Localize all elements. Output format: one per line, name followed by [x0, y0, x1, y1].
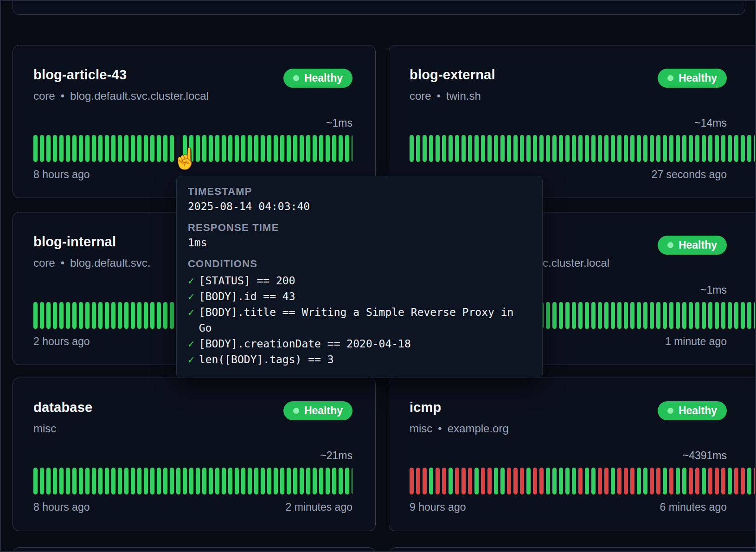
history-bar[interactable] [754, 302, 756, 329]
history-bar[interactable] [455, 135, 459, 162]
history-bar[interactable] [624, 468, 628, 494]
history-bar[interactable] [468, 468, 472, 494]
history-bar[interactable] [248, 135, 252, 162]
history-bar[interactable] [591, 468, 596, 494]
history-bar[interactable] [124, 135, 128, 162]
history-bar[interactable] [183, 135, 187, 162]
history-bar[interactable] [611, 302, 615, 329]
history-bar[interactable] [319, 135, 323, 162]
history-bar[interactable] [494, 135, 498, 162]
history-bar[interactable] [40, 468, 44, 494]
history-bar[interactable] [46, 302, 51, 329]
history-bar[interactable] [215, 468, 219, 494]
history-bar[interactable] [416, 468, 420, 494]
history-bar[interactable] [40, 302, 44, 329]
history-bar[interactable] [572, 302, 576, 329]
history-bar[interactable] [734, 468, 738, 494]
history-bar[interactable] [747, 302, 751, 329]
history-bar[interactable] [708, 468, 712, 494]
history-bar[interactable] [423, 468, 427, 494]
history-bar[interactable] [423, 135, 427, 162]
history-bar[interactable] [98, 302, 103, 329]
history-bar[interactable] [546, 468, 550, 494]
history-bar[interactable] [345, 468, 349, 494]
history-bar[interactable] [494, 468, 498, 494]
history-bar[interactable] [66, 468, 70, 494]
history-bar[interactable] [585, 135, 589, 162]
history-bar[interactable] [715, 302, 719, 329]
history-bar[interactable] [546, 302, 550, 329]
history-bar[interactable] [222, 468, 226, 494]
history-bar[interactable] [157, 468, 161, 494]
history-bar[interactable] [630, 468, 634, 494]
history-bar[interactable] [72, 468, 77, 494]
history-bar[interactable] [209, 468, 213, 494]
history-bar[interactable] [630, 135, 634, 162]
history-bar[interactable] [235, 468, 239, 494]
history-bar[interactable] [46, 468, 51, 494]
history-bar[interactable] [202, 135, 206, 162]
history-bar[interactable] [643, 468, 647, 494]
endpoint-name[interactable]: blog-external [410, 67, 495, 83]
history-bar[interactable] [598, 302, 602, 329]
history-bar[interactable] [643, 135, 647, 162]
history-bar[interactable] [105, 468, 109, 494]
history-bar[interactable] [442, 468, 446, 494]
history-bar[interactable] [72, 135, 77, 162]
history-bar[interactable] [637, 135, 641, 162]
history-bar[interactable] [559, 135, 563, 162]
history-bar[interactable] [300, 468, 304, 494]
history-bar[interactable] [539, 135, 544, 162]
history-bar[interactable] [643, 302, 647, 329]
history-bar[interactable] [92, 135, 96, 162]
history-bar[interactable] [59, 135, 64, 162]
history-bar[interactable] [436, 135, 440, 162]
history-bar[interactable] [118, 468, 122, 494]
history-bar[interactable] [46, 135, 51, 162]
history-bar[interactable] [163, 135, 167, 162]
history-bar[interactable] [637, 302, 641, 329]
history-bar[interactable] [656, 302, 660, 329]
history-bar[interactable] [111, 302, 115, 329]
endpoint-name[interactable]: database [33, 399, 92, 416]
history-bar[interactable] [144, 135, 148, 162]
endpoint-name[interactable]: blog-article-43 [33, 67, 209, 83]
history-bar[interactable] [663, 468, 667, 494]
history-bar[interactable] [669, 468, 673, 494]
history-bar[interactable] [222, 135, 226, 162]
history-bar[interactable] [728, 135, 732, 162]
history-bar[interactable] [261, 135, 265, 162]
history-bar[interactable] [209, 135, 213, 162]
history-bar[interactable] [533, 468, 537, 494]
history-bar[interactable] [539, 468, 544, 494]
history-bar[interactable] [585, 468, 589, 494]
history-bar[interactable] [280, 468, 284, 494]
history-bar[interactable] [682, 468, 686, 494]
history-bar[interactable] [59, 302, 64, 329]
history-bar[interactable] [695, 468, 699, 494]
history-bar[interactable] [352, 468, 352, 494]
history-bar[interactable] [702, 135, 706, 162]
history-bar[interactable] [196, 135, 200, 162]
history-bar[interactable] [682, 135, 686, 162]
history-bar[interactable] [436, 468, 440, 494]
history-bar[interactable] [98, 468, 103, 494]
history-bar[interactable] [455, 468, 459, 494]
history-bar[interactable] [461, 135, 466, 162]
history-bar[interactable] [604, 302, 609, 329]
history-bar[interactable] [572, 135, 576, 162]
history-bar[interactable] [248, 468, 252, 494]
history-bar[interactable] [630, 302, 634, 329]
history-bar[interactable] [287, 135, 291, 162]
history-bar[interactable] [689, 468, 693, 494]
history-bar[interactable] [741, 135, 745, 162]
history-bar[interactable] [111, 468, 115, 494]
history-bar[interactable] [241, 468, 245, 494]
history-bar[interactable] [721, 302, 725, 329]
history-bar[interactable] [131, 135, 135, 162]
history-bar[interactable] [676, 302, 680, 329]
history-bar[interactable] [137, 468, 141, 494]
history-bar[interactable] [79, 135, 83, 162]
history-bar[interactable] [137, 302, 141, 329]
history-bar[interactable] [741, 302, 745, 329]
